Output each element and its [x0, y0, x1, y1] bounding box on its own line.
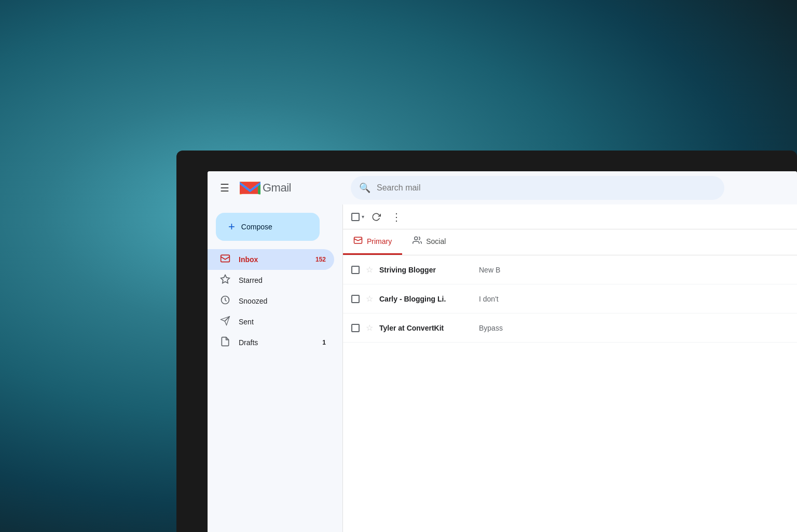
- svg-point-11: [415, 237, 418, 240]
- more-options-button[interactable]: ⋮: [388, 208, 405, 226]
- email-row[interactable]: ☆ Tyler at ConvertKit Bypass: [343, 313, 797, 343]
- starred-label: Starred: [239, 276, 326, 284]
- header-left: ☰ Gmail: [216, 178, 351, 198]
- drafts-label: Drafts: [239, 338, 314, 347]
- main-content: + Compose Inbox 152: [208, 204, 797, 532]
- social-tab-icon: [413, 236, 422, 247]
- compose-button[interactable]: + Compose: [216, 213, 320, 241]
- search-bar[interactable]: 🔍: [351, 176, 724, 200]
- inbox-icon: [220, 253, 230, 266]
- sender-name: Tyler at ConvertKit: [379, 324, 473, 332]
- select-all-wrapper[interactable]: ▾: [351, 213, 364, 221]
- inbox-count: 152: [315, 256, 326, 263]
- tab-primary[interactable]: Primary: [343, 229, 402, 255]
- sent-icon: [220, 316, 230, 329]
- snoozed-label: Snoozed: [239, 297, 326, 305]
- star-icon[interactable]: ☆: [366, 323, 373, 333]
- sidebar-item-snoozed[interactable]: Snoozed: [208, 291, 334, 311]
- primary-tab-label: Primary: [367, 237, 392, 245]
- email-list: ☆ Striving Blogger New B ☆ Carly - Blogg…: [343, 255, 797, 532]
- search-input[interactable]: [377, 183, 716, 193]
- select-all-checkbox[interactable]: [351, 213, 360, 221]
- inbox-label: Inbox: [239, 255, 307, 264]
- snoozed-icon: [220, 295, 230, 308]
- email-row[interactable]: ☆ Striving Blogger New B: [343, 255, 797, 284]
- svg-marker-6: [221, 275, 230, 283]
- svg-rect-5: [221, 255, 230, 262]
- sent-label: Sent: [239, 318, 326, 326]
- primary-tab-icon: [353, 236, 363, 247]
- star-icon[interactable]: ☆: [366, 265, 373, 275]
- hamburger-menu-button[interactable]: ☰: [216, 178, 233, 198]
- drafts-count: 1: [322, 339, 326, 346]
- compose-plus-icon: +: [228, 221, 235, 233]
- sender-name: Striving Blogger: [379, 266, 473, 274]
- sender-name: Carly - Blogging Li.: [379, 295, 473, 303]
- sidebar-item-drafts[interactable]: Drafts 1: [208, 332, 334, 353]
- refresh-button[interactable]: [368, 209, 384, 225]
- email-checkbox[interactable]: [351, 266, 360, 274]
- drafts-icon: [220, 336, 230, 349]
- gmail-wordmark: Gmail: [263, 181, 291, 195]
- tab-social[interactable]: Social: [402, 229, 456, 255]
- star-icon[interactable]: ☆: [366, 294, 373, 304]
- gmail-logo: Gmail: [240, 180, 291, 196]
- more-icon: ⋮: [391, 211, 402, 223]
- inbox-tabs: Primary Social: [343, 229, 797, 255]
- gmail-header: ☰ Gmail: [208, 171, 797, 204]
- compose-label: Compose: [241, 223, 272, 231]
- sidebar-item-inbox[interactable]: Inbox 152: [208, 249, 334, 270]
- email-preview: Bypass: [479, 324, 789, 332]
- sidebar-item-starred[interactable]: Starred: [208, 270, 334, 291]
- gmail-screen: ☰ Gmail: [208, 171, 797, 532]
- email-preview: I don't: [479, 295, 789, 303]
- email-row[interactable]: ☆ Carly - Blogging Li. I don't: [343, 284, 797, 313]
- social-tab-label: Social: [426, 237, 446, 245]
- gmail-m-icon: [240, 180, 260, 196]
- select-dropdown-chevron[interactable]: ▾: [362, 214, 364, 220]
- search-icon: 🔍: [359, 182, 370, 194]
- email-checkbox[interactable]: [351, 295, 360, 303]
- email-toolbar: ▾ ⋮: [343, 204, 797, 229]
- email-checkbox[interactable]: [351, 324, 360, 332]
- email-area: ▾ ⋮: [342, 204, 797, 532]
- starred-icon: [220, 274, 230, 287]
- sidebar-item-sent[interactable]: Sent: [208, 311, 334, 332]
- email-preview: New B: [479, 266, 789, 274]
- sidebar: + Compose Inbox 152: [208, 204, 342, 532]
